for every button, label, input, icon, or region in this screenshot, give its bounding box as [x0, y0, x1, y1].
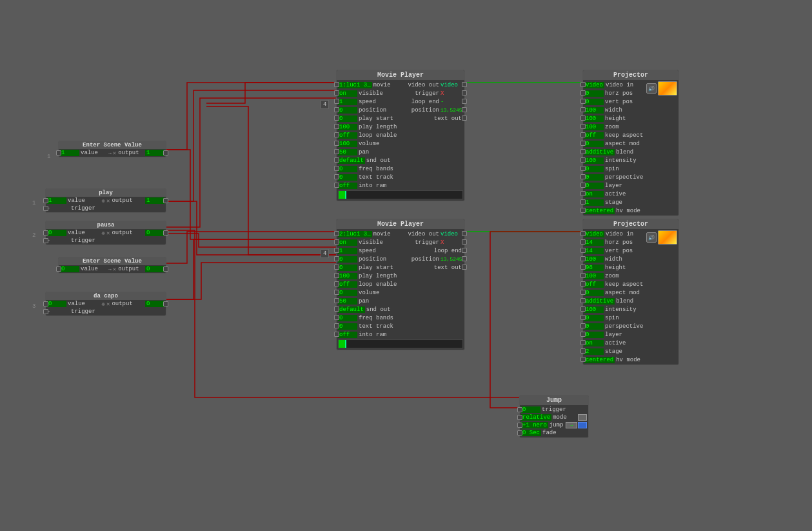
p1-vertpos-row: 0 vert pos	[583, 97, 678, 106]
mp2-pan-port-l[interactable]	[334, 298, 339, 303]
mp1-videoout-port[interactable]	[462, 82, 467, 87]
mp1-freq-port-l[interactable]	[334, 166, 339, 171]
p2-zoom-port[interactable]	[580, 273, 586, 278]
mp1-ram-port-l[interactable]	[334, 183, 339, 188]
p1-layer-port[interactable]	[580, 183, 586, 188]
p2-stage-port[interactable]	[580, 348, 586, 354]
jump-mode-port[interactable]	[517, 415, 522, 420]
mp2-trigger-port[interactable]	[462, 239, 467, 245]
mp2-texttrack-port-l[interactable]	[334, 323, 339, 328]
p1-blend-port[interactable]	[580, 149, 586, 154]
jump-mode-btn[interactable]	[578, 414, 587, 421]
mp1-pan-port-l[interactable]	[334, 149, 339, 154]
mp1-snd-label: snd out	[366, 157, 463, 164]
p1-height-port[interactable]	[580, 115, 586, 121]
enter-scene-1-port-l[interactable]	[56, 150, 61, 155]
mp2-visible-port-l[interactable]	[334, 239, 339, 245]
p1-spin-port[interactable]	[580, 166, 586, 171]
mp2-snd-port-l[interactable]	[334, 306, 339, 312]
p2-persp-port[interactable]	[580, 323, 586, 328]
enter-scene-2-port-r[interactable]	[163, 266, 168, 272]
enter-scene-2-port-l[interactable]	[56, 266, 61, 272]
da-capo-port-l-2[interactable]	[43, 309, 48, 314]
jump-fade-port[interactable]	[517, 430, 522, 436]
mp1-visible-row: on visible trigger X	[337, 89, 464, 97]
mp2-progress-bar[interactable]	[338, 339, 463, 348]
mp2-ram-port-l[interactable]	[334, 332, 339, 337]
mp1-pos-port-l[interactable]	[334, 107, 339, 112]
p2-keepasp-port[interactable]	[580, 281, 586, 286]
jump-trigger-port[interactable]	[517, 407, 522, 412]
mp2-videoout-port[interactable]	[462, 231, 467, 236]
mp1-progress-bar[interactable]	[338, 190, 463, 199]
mp1-loop-port-l[interactable]	[334, 132, 339, 137]
p1-keepasp-val: off	[584, 132, 604, 139]
play-port-l-2[interactable]	[43, 206, 48, 211]
p2-hvmode-port[interactable]	[580, 357, 586, 362]
mp2-playlength-port-l[interactable]	[334, 273, 339, 278]
p1-intensity-label: intensity	[605, 157, 677, 164]
mp2-loopend-port[interactable]	[462, 248, 467, 253]
mp1-pan-val: 50	[338, 149, 357, 155]
p2-active-port[interactable]	[580, 340, 586, 345]
p2-blend-port[interactable]	[580, 298, 586, 303]
p1-zoom-port[interactable]	[580, 124, 586, 129]
da-capo-port-l-1[interactable]	[43, 301, 48, 306]
mp1-trigger-port[interactable]	[462, 90, 467, 95]
p1-persp-port[interactable]	[580, 174, 586, 179]
p1-vertpos-port[interactable]	[580, 99, 586, 104]
p1-video-port[interactable]	[580, 82, 586, 87]
mp2-loop-port-l[interactable]	[334, 281, 339, 286]
p1-horzpos-port[interactable]	[580, 90, 586, 95]
mp1-loopend-port[interactable]	[462, 99, 467, 104]
mp2-pos-out-port[interactable]	[462, 256, 467, 261]
pausa-port-r[interactable]	[163, 230, 168, 235]
mp1-pos-val: 0	[338, 107, 357, 114]
mp1-playlength-port-l[interactable]	[334, 124, 339, 129]
enter-scene-1-port-r[interactable]	[163, 150, 168, 155]
jump-jump-btn[interactable]: →	[566, 422, 577, 428]
jump-blue-btn[interactable]	[578, 422, 587, 428]
pausa-port-l-1[interactable]	[43, 230, 48, 235]
p2-aspmod-port[interactable]	[580, 290, 586, 295]
mp2-freq-port-l[interactable]	[334, 315, 339, 320]
mp1-textout-port[interactable]	[462, 115, 467, 121]
pausa-port-l-2[interactable]	[43, 238, 48, 243]
mp1-speed-port-l[interactable]	[334, 99, 339, 104]
mp2-pos-port-l[interactable]	[334, 256, 339, 261]
p1-active-port[interactable]	[580, 191, 586, 196]
mp1-vol-port-l[interactable]	[334, 141, 339, 146]
jump-fade-val: 0 Sec	[521, 430, 541, 436]
p2-vertpos-port[interactable]	[580, 248, 586, 253]
jump-jump-port[interactable]	[517, 423, 522, 428]
p2-horzpos-port[interactable]	[580, 239, 586, 245]
p1-hvmode-port[interactable]	[580, 208, 586, 213]
mp2-movie-port-l[interactable]	[334, 231, 339, 236]
mp1-movie-port-l[interactable]	[334, 82, 339, 87]
mp2-vol-port-l[interactable]	[334, 290, 339, 295]
mp1-texttrack-port-l[interactable]	[334, 174, 339, 179]
mp1-snd-port-l[interactable]	[334, 157, 339, 163]
mp2-speed-port-l[interactable]	[334, 248, 339, 253]
p1-stage-port[interactable]	[580, 199, 586, 205]
mp1-texttrack-row: 0 text track	[337, 173, 464, 181]
p1-keepasp-port[interactable]	[580, 132, 586, 137]
mp2-playstart-port-l[interactable]	[334, 265, 339, 270]
p2-layer-port[interactable]	[580, 332, 586, 337]
p2-spin-port[interactable]	[580, 315, 586, 320]
mp1-pos-out-port[interactable]	[462, 107, 467, 112]
p2-width-port[interactable]	[580, 256, 586, 261]
mp1-playstart-port-l[interactable]	[334, 115, 339, 121]
play-label-out: output	[112, 197, 145, 204]
mp2-textout-port[interactable]	[462, 265, 467, 270]
play-port-l-1[interactable]	[43, 198, 48, 203]
p1-width-port[interactable]	[580, 107, 586, 112]
play-port-r[interactable]	[163, 198, 168, 203]
p1-aspmod-port[interactable]	[580, 141, 586, 146]
p2-height-port[interactable]	[580, 265, 586, 270]
da-capo-port-r[interactable]	[163, 301, 168, 306]
mp1-visible-port-l[interactable]	[334, 90, 339, 95]
p2-intensity-port[interactable]	[580, 306, 586, 312]
p1-intensity-port[interactable]	[580, 157, 586, 163]
p2-video-port[interactable]	[580, 231, 586, 236]
